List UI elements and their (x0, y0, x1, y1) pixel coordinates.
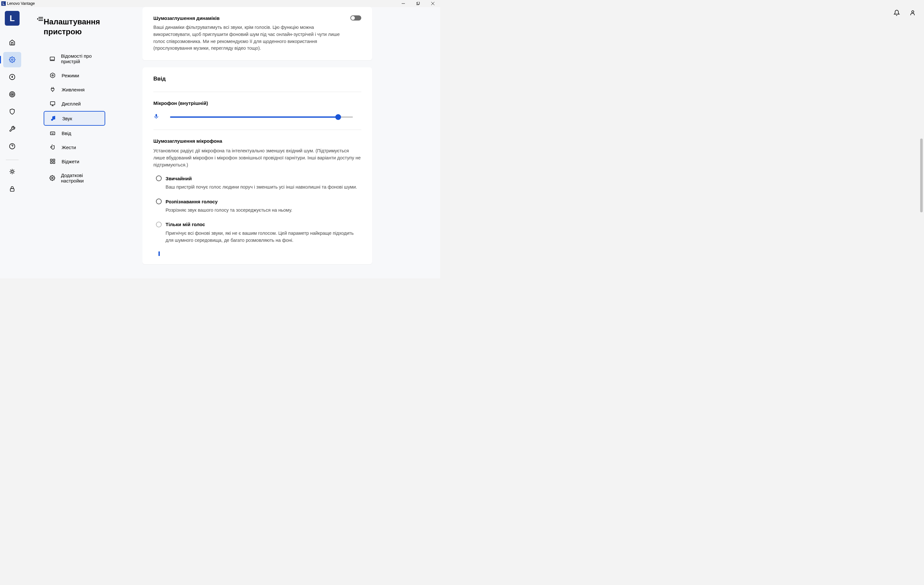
sidebar-title: Налаштування пристрою (44, 16, 133, 36)
sidebar: Налаштування пристрою Відомості про прис… (25, 7, 142, 278)
mic-volume-slider[interactable] (170, 116, 353, 118)
speaker-noise-title: Шумозаглушення динаміків (153, 15, 219, 21)
nav-input[interactable]: Ввід (44, 126, 105, 140)
svg-point-29 (52, 177, 53, 179)
nav-widgets[interactable]: Віджети (44, 155, 105, 168)
radio-normal[interactable] (156, 175, 162, 181)
mic-noise-desc: Установлює радіус дії мікрофона та інтел… (153, 148, 361, 168)
nav-label: Живлення (62, 87, 85, 92)
divider (153, 130, 361, 130)
nav-power[interactable]: Живлення (44, 83, 105, 96)
radio-option-voice-recognition: Розпізнавання голосу Розрізняє звук вашо… (156, 199, 361, 214)
rail-help[interactable] (3, 138, 21, 154)
widgets-icon (50, 158, 56, 164)
radio-option-normal: Звичайний Ваш пристрій почує голос людин… (156, 175, 361, 191)
monitor-icon (50, 101, 56, 107)
slider-thumb[interactable] (335, 114, 341, 120)
svg-rect-20 (50, 132, 55, 135)
svg-rect-2 (417, 2, 420, 4)
svg-point-11 (11, 171, 13, 173)
slider-fill (170, 116, 338, 118)
selected-indicator (158, 251, 361, 256)
nav-label: Дисплей (62, 101, 81, 107)
laptop-icon (50, 56, 55, 62)
maximize-button[interactable] (411, 0, 426, 7)
rail-shield[interactable] (3, 104, 21, 119)
nav-label: Звук (62, 116, 72, 121)
rail-download[interactable] (3, 69, 21, 85)
speaker-noise-desc: Ваші динаміки фільтруватимуть всі звуки,… (153, 24, 349, 52)
radio-desc: Розрізняє звук вашого голосу та зосередж… (165, 207, 361, 214)
speaker-noise-card: Шумозаглушення динаміків Ваші динаміки ф… (142, 7, 372, 60)
svg-rect-26 (53, 160, 55, 161)
music-note-icon (50, 115, 56, 121)
svg-point-15 (52, 75, 54, 76)
radio-label: Звичайний (165, 176, 192, 181)
minimize-button[interactable] (396, 0, 411, 7)
speaker-noise-toggle[interactable] (350, 15, 361, 21)
nav-label: Ввід (62, 130, 71, 136)
gear-icon (50, 175, 55, 181)
svg-point-8 (11, 93, 14, 96)
svg-point-19 (51, 119, 53, 121)
rail-divider (6, 160, 18, 160)
app-title: Lenovo Vantage (7, 1, 35, 6)
radio-only-my-voice[interactable] (156, 222, 162, 227)
nav-display[interactable]: Дисплей (44, 97, 105, 110)
hex-icon (50, 73, 56, 78)
input-heading: Ввід (153, 76, 361, 82)
hand-icon (50, 144, 56, 150)
rail-target[interactable] (3, 87, 21, 102)
rail-settings[interactable] (3, 52, 21, 68)
nav-device-info[interactable]: Відомості про пристрій (44, 49, 105, 68)
lenovo-logo[interactable]: L (5, 11, 20, 26)
svg-point-9 (12, 94, 13, 95)
svg-rect-28 (53, 162, 55, 163)
svg-rect-27 (50, 162, 52, 163)
nav-advanced[interactable]: Додаткові настройки (44, 169, 105, 187)
radio-label: Тільки мій голос (165, 222, 205, 227)
plug-icon (50, 87, 56, 92)
app-icon: L (1, 1, 6, 6)
nav-label: Додаткові настройки (61, 173, 99, 183)
nav-gestures[interactable]: Жести (44, 140, 105, 154)
radio-label: Розпізнавання голосу (165, 199, 218, 204)
rail-speed[interactable] (3, 164, 21, 179)
nav-label: Режими (62, 73, 79, 78)
rail-tools[interactable] (3, 121, 21, 137)
rail-home[interactable] (3, 35, 21, 50)
rail-lock[interactable] (3, 181, 21, 197)
keyboard-icon (50, 130, 56, 136)
nav-rail: L (0, 7, 25, 278)
svg-point-5 (12, 59, 13, 61)
nav-modes[interactable]: Режими (44, 69, 105, 82)
close-button[interactable] (426, 0, 440, 7)
radio-voice-recognition[interactable] (156, 199, 162, 204)
microphone-icon (153, 113, 159, 121)
divider (153, 92, 361, 92)
collapse-sidebar-button[interactable] (37, 16, 43, 23)
radio-desc: Пригнічує всі фонові звуки, які не є ваш… (165, 230, 361, 244)
nav-label: Відомості про пристрій (61, 53, 99, 64)
mic-label: Мікрофон (внутрішній) (153, 101, 361, 106)
nav-sound[interactable]: Звук (44, 111, 105, 126)
input-card: Ввід Мікрофон (внутрішній) Шумозаглушенн… (142, 68, 372, 264)
nav-label: Жести (62, 145, 76, 150)
content-area: Шумозаглушення динаміків Ваші динаміки ф… (142, 7, 440, 278)
svg-rect-12 (10, 189, 14, 191)
mic-noise-title: Шумозаглушення мікрофона (153, 138, 361, 144)
radio-desc: Ваш пристрій почує голос людини поруч і … (165, 184, 361, 191)
svg-rect-16 (50, 102, 55, 105)
nav-label: Віджети (62, 159, 79, 164)
svg-rect-13 (50, 57, 54, 60)
svg-rect-25 (50, 160, 52, 161)
titlebar: L Lenovo Vantage (0, 0, 440, 7)
radio-option-only-my-voice: Тільки мій голос Пригнічує всі фонові зв… (156, 222, 361, 244)
